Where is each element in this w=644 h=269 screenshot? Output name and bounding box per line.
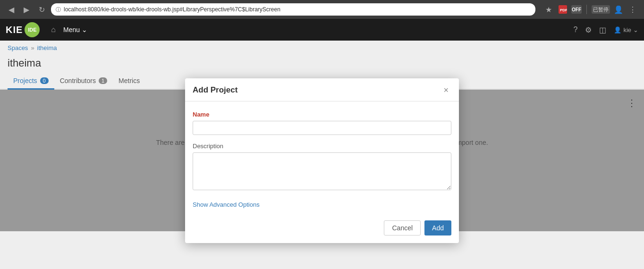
help-button[interactable]: ?	[573, 25, 577, 34]
lock-icon: ⓘ	[56, 6, 61, 13]
url-text: localhost:8080/kie-drools-wb/kie-drools-…	[64, 6, 280, 13]
tab-projects-badge: 0	[40, 77, 49, 84]
modal-title: Add Project	[193, 85, 237, 95]
nav-right-icons: ? ⚙ ◫ 👤 kie ⌄	[573, 25, 638, 34]
settings-button[interactable]: ⚙	[585, 25, 592, 34]
browser-menu-button[interactable]: ⋮	[627, 4, 638, 15]
kie-text: KIE	[6, 25, 23, 35]
breadcrumb: Spaces » itheima	[0, 41, 644, 55]
pdf-button[interactable]: PDF	[557, 4, 568, 15]
back-button[interactable]: ◀	[6, 4, 17, 15]
user-icon: 👤	[614, 26, 621, 34]
name-label: Name	[193, 111, 451, 118]
user-menu-button[interactable]: 👤 kie ⌄	[614, 26, 638, 34]
modal-close-button[interactable]: ×	[441, 85, 451, 95]
breadcrumb-spaces[interactable]: Spaces	[8, 44, 28, 51]
home-button[interactable]: ⌂	[47, 24, 59, 36]
tab-projects[interactable]: Projects 0	[8, 73, 54, 90]
breadcrumb-current: itheima	[37, 44, 57, 51]
tab-projects-label: Projects	[13, 77, 37, 84]
modal-footer: Cancel Add	[185, 213, 459, 243]
svg-text:PDF: PDF	[560, 8, 567, 12]
modal-overlay: Add Project × Name Description Show Adva…	[0, 90, 644, 231]
tab-contributors-label: Contributors	[60, 77, 96, 84]
modal-header: Add Project ×	[185, 78, 459, 101]
description-form-group: Description	[193, 143, 451, 192]
browser-actions: ★ PDF OFF 已暂停 👤 ⋮	[543, 4, 638, 15]
forward-button[interactable]: ▶	[21, 4, 32, 15]
breadcrumb-separator: »	[31, 44, 34, 51]
name-form-group: Name	[193, 111, 451, 135]
tab-contributors[interactable]: Contributors 1	[54, 73, 113, 90]
main-area: ⋮ Nothing Here There are currently no pr…	[0, 90, 644, 231]
reload-button[interactable]: ↻	[36, 4, 47, 15]
tab-contributors-badge: 1	[99, 77, 107, 84]
browser-bar: ◀ ▶ ↻ ⓘ localhost:8080/kie-drools-wb/kie…	[0, 0, 644, 19]
address-bar[interactable]: ⓘ localhost:8080/kie-drools-wb/kie-drool…	[51, 3, 535, 16]
camera-button[interactable]: ◫	[599, 25, 606, 34]
paused-button[interactable]: 已暂停	[592, 5, 610, 14]
page-title: itheima	[0, 55, 644, 69]
kie-logo: KIE IDE	[6, 22, 40, 37]
add-button[interactable]: Add	[424, 220, 451, 235]
show-advanced-link[interactable]: Show Advanced Options	[193, 201, 260, 208]
name-input[interactable]	[193, 121, 451, 135]
ide-badge: IDE	[25, 22, 40, 37]
star-button[interactable]: ★	[543, 4, 554, 15]
page-content: Spaces » itheima itheima Projects 0 Cont…	[0, 41, 644, 269]
modal-body: Name Description Show Advanced Options	[185, 101, 459, 213]
profile-button[interactable]: 👤	[613, 4, 624, 15]
menu-button[interactable]: Menu ⌄	[59, 24, 91, 35]
tab-metrics-label: Metrics	[119, 77, 140, 84]
tab-metrics[interactable]: Metrics	[113, 73, 145, 90]
user-chevron-icon: ⌄	[633, 26, 638, 34]
divider	[586, 5, 587, 14]
description-label: Description	[193, 143, 451, 150]
menu-label: Menu	[63, 26, 80, 34]
add-project-modal: Add Project × Name Description Show Adva…	[185, 78, 459, 243]
cancel-button[interactable]: Cancel	[384, 220, 421, 235]
app-navbar: KIE IDE ⌂ Menu ⌄ ? ⚙ ◫ 👤 kie ⌄	[0, 19, 644, 41]
description-input[interactable]	[193, 152, 451, 190]
menu-chevron: ⌄	[82, 26, 87, 34]
ext-button[interactable]: OFF	[571, 5, 582, 14]
user-label: kie	[623, 26, 631, 34]
